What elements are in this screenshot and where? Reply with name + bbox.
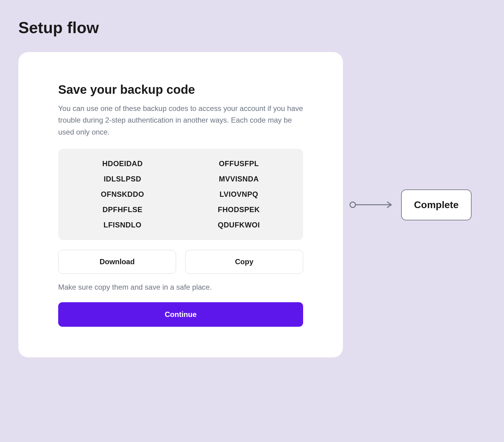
content-row: Save your backup code You can use one of… [18,52,486,357]
backup-code: QDUFKWOI [187,221,291,229]
card-title: Save your backup code [58,83,303,97]
backup-code: IDLSLPSD [70,175,175,183]
download-button[interactable]: Download [58,250,176,274]
page-title: Setup flow [18,18,486,37]
backup-codes-box: HDOEIDAD OFFUSFPL IDLSLPSD MVVISNDA OFNS… [58,149,303,240]
backup-code: DPFHFLSE [70,205,175,214]
backup-code: LFISNDLO [70,221,175,229]
flow-arrow-icon [349,201,395,208]
svg-point-0 [350,202,355,208]
helper-text: Make sure copy them and save in a safe p… [58,283,303,291]
backup-code: HDOEIDAD [70,159,175,168]
flow-complete-badge: Complete [401,189,472,220]
backup-code: LVIOVNPQ [187,190,291,199]
action-button-row: Download Copy [58,250,303,274]
backup-code: FHODSPEK [187,205,291,214]
copy-button[interactable]: Copy [185,250,303,274]
backup-codes-card: Save your backup code You can use one of… [18,52,343,357]
continue-button[interactable]: Continue [58,302,303,327]
card-description: You can use one of these backup codes to… [58,103,303,138]
backup-code: OFFUSFPL [187,159,291,168]
backup-code: MVVISNDA [187,175,291,183]
backup-code: OFNSKDDO [70,190,175,199]
